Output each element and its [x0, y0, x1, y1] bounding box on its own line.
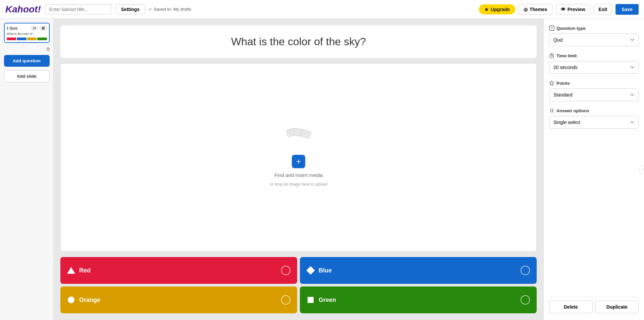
triangle-shape-icon: [67, 266, 75, 274]
svg-text:?: ?: [551, 26, 553, 30]
points-title: Points: [549, 80, 639, 86]
time-limit-select[interactable]: 5 seconds 10 seconds 20 seconds 30 secon…: [549, 61, 639, 74]
svg-point-9: [550, 112, 551, 113]
media-drop-label: or drop an image here to upload: [270, 182, 327, 187]
media-plus-icon[interactable]: +: [292, 155, 305, 168]
sidebar: 1 Quiz 20 🖼 What is the color of ... 🗑 A…: [0, 19, 54, 320]
upgrade-button[interactable]: Upgrade: [479, 4, 515, 14]
time-limit-title: Time limit: [549, 53, 639, 58]
kahoot-title-input[interactable]: [45, 4, 112, 14]
q-card-header: 1 Quiz 20 🖼: [7, 25, 47, 31]
answer-check-orange[interactable]: [281, 295, 290, 305]
question-card-1[interactable]: 1 Quiz 20 🖼 What is the color of ...: [4, 23, 50, 43]
media-icon-area: +: [285, 129, 312, 168]
points-select[interactable]: Standard Double points No points: [549, 88, 639, 101]
answer-options-icon: [549, 108, 554, 113]
answer-text-blue: Blue: [319, 267, 332, 274]
saved-status: Saved to: My drafts: [149, 7, 191, 12]
answer-check-green[interactable]: [521, 295, 530, 305]
q-card-image-icon: 🖼: [40, 25, 47, 31]
eye-icon: 👁: [561, 7, 566, 12]
answers-grid: Red Blue Orang: [60, 257, 537, 313]
svg-point-12: [552, 112, 553, 113]
editor-area: What is the color of the sky? + Find and…: [54, 19, 543, 320]
q-card-timer-icon: 20: [31, 25, 38, 31]
duplicate-button[interactable]: Duplicate: [595, 301, 639, 313]
svg-point-11: [552, 110, 553, 111]
navbar-right: Upgrade ◎ Themes 👁 Preview Exit Save: [479, 4, 639, 15]
points-select-wrapper: Standard Double points No points: [549, 88, 639, 101]
q-card-answers: [7, 38, 47, 40]
answer-check-blue[interactable]: [521, 266, 530, 275]
settings-button[interactable]: Settings: [116, 4, 145, 14]
save-button[interactable]: Save: [615, 4, 639, 15]
answer-options-select-wrapper: Single select Multi select: [549, 116, 639, 129]
question-type-select-wrapper: Quiz True or False Poll Puzzle: [549, 34, 639, 46]
answer-left-blue: Blue: [307, 266, 332, 274]
svg-marker-6: [549, 81, 554, 85]
svg-point-8: [550, 110, 551, 111]
svg-point-7: [550, 109, 551, 110]
answer-text-green: Green: [319, 297, 336, 304]
exit-button[interactable]: Exit: [594, 4, 612, 15]
question-text[interactable]: What is the color of the sky?: [60, 25, 537, 58]
points-icon: [549, 80, 554, 86]
time-limit-section: Time limit 5 seconds 10 seconds 20 secon…: [549, 53, 639, 74]
answer-left-green: Green: [307, 296, 336, 304]
question-type-select[interactable]: Quiz True or False Poll Puzzle: [549, 34, 639, 46]
clock-icon: [549, 53, 554, 58]
preview-button[interactable]: 👁 Preview: [556, 4, 590, 15]
media-insert-label: Find and insert media: [274, 172, 323, 178]
question-type-section: ? Question type Quiz True or False Poll …: [549, 25, 639, 46]
time-limit-select-wrapper: 5 seconds 10 seconds 20 seconds 30 secon…: [549, 61, 639, 74]
answer-text-orange: Orange: [79, 297, 100, 304]
panel-collapse-toggle[interactable]: ›: [639, 165, 644, 174]
q-card-icons: 20 🖼: [31, 25, 47, 31]
answer-left-orange: Orange: [67, 296, 100, 304]
answer-left-red: Red: [67, 266, 91, 274]
answer-green[interactable]: Green: [300, 286, 537, 313]
add-question-button[interactable]: Add question: [4, 55, 50, 67]
right-panel: › ? Question type Quiz True or False Pol…: [543, 19, 644, 320]
circle-shape-icon: [67, 296, 75, 304]
media-illustrations: [285, 129, 312, 149]
answer-check-red[interactable]: [281, 266, 290, 275]
logo: Kahoot!: [5, 4, 41, 15]
points-section: Points Standard Double points No points: [549, 80, 639, 101]
main-layout: 1 Quiz 20 🖼 What is the color of ... 🗑 A…: [0, 19, 644, 320]
q-card-number: 1 Quiz: [7, 26, 18, 30]
q-card-title: What is the color of ...: [7, 32, 47, 36]
question-type-icon: ?: [549, 25, 554, 31]
diamond-shape-icon: [307, 266, 315, 274]
square-shape-icon: [307, 296, 315, 304]
answer-text-red: Red: [79, 267, 91, 274]
themes-icon: ◎: [524, 7, 528, 12]
panel-bottom: Delete Duplicate: [549, 297, 639, 313]
answer-options-select[interactable]: Single select Multi select: [549, 116, 639, 129]
question-type-title: ? Question type: [549, 25, 639, 31]
delete-question-icon[interactable]: 🗑: [46, 46, 51, 52]
svg-point-10: [552, 109, 553, 110]
answer-options-section: Answer options Single select Multi selec…: [549, 108, 639, 129]
answer-options-title: Answer options: [549, 108, 639, 113]
answer-orange[interactable]: Orange: [60, 286, 297, 313]
answer-red[interactable]: Red: [60, 257, 297, 284]
answer-blue[interactable]: Blue: [300, 257, 537, 284]
delete-button[interactable]: Delete: [549, 301, 593, 313]
themes-button[interactable]: ◎ Themes: [519, 4, 552, 15]
media-insert-box[interactable]: + Find and insert media or drop an image…: [60, 63, 537, 252]
add-slide-button[interactable]: Add slide: [4, 70, 50, 82]
navbar: Kahoot! Settings Saved to: My drafts Upg…: [0, 0, 644, 19]
media-card-3: [300, 129, 312, 139]
